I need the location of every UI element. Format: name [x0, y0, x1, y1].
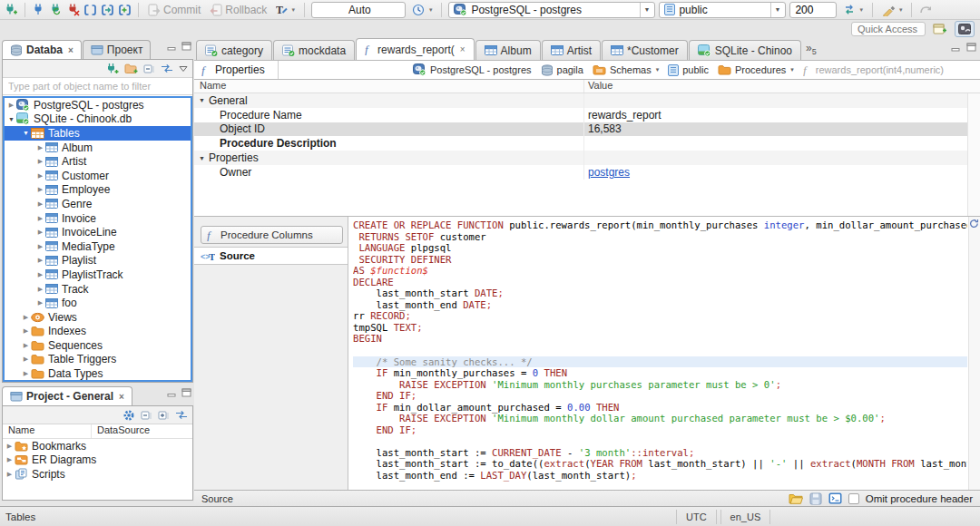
tab-projects[interactable]: Проект — [83, 40, 152, 59]
chevron-down-icon[interactable]: ▼ — [199, 97, 205, 103]
undo-icon[interactable] — [918, 4, 931, 15]
load-from-file-icon[interactable] — [789, 492, 803, 504]
bottom-tab-source[interactable]: Source — [201, 493, 233, 504]
gear-icon[interactable] — [122, 409, 135, 422]
chevron-right-icon[interactable]: ▶ — [35, 158, 45, 165]
open-console-icon[interactable] — [828, 492, 842, 504]
chevron-down-icon[interactable]: ▼ — [199, 155, 205, 161]
tree-item-album[interactable]: ▶Album — [5, 141, 191, 155]
tree-item-invoice[interactable]: ▶Invoice — [5, 211, 191, 226]
tree-item-foo[interactable]: ▶foo — [5, 296, 191, 310]
chevron-right-icon[interactable]: ▶ — [5, 456, 15, 463]
maximize-icon[interactable] — [181, 42, 191, 51]
breadcrumb-item-procedures[interactable]: Procedures▾ — [718, 64, 794, 75]
commit-mode-combo[interactable]: Auto — [311, 2, 406, 18]
schema-combo-arrow[interactable]: ▼ — [770, 3, 783, 17]
project-item-er-diagrams[interactable]: ▶ER Diagrams — [3, 453, 192, 468]
chevron-right-icon[interactable]: ▶ — [35, 286, 45, 293]
chevron-right-icon[interactable]: ▶ — [6, 102, 16, 109]
minimize-icon[interactable] — [167, 42, 177, 51]
tree-item-sqlite-chinook-db[interactable]: ▼SQLite - Chinook.db — [5, 112, 191, 127]
chevron-right-icon[interactable]: ▶ — [35, 229, 45, 236]
new-folder-icon[interactable] — [124, 63, 138, 74]
editor-tab-sqlite-chinoo[interactable]: SQLite - Chinoo — [689, 40, 801, 60]
project-item-bookmarks[interactable]: ▶Bookmarks — [3, 439, 192, 453]
chevron-right-icon[interactable]: ▶ — [35, 215, 45, 222]
tree-item-track[interactable]: ▶Track — [5, 282, 191, 297]
column-header-datasource[interactable]: DataSource — [92, 424, 150, 438]
editor-tab-category[interactable]: category — [196, 40, 272, 60]
disconnect-icon[interactable] — [66, 3, 80, 16]
grid-header-name[interactable]: Name — [194, 80, 584, 93]
transaction-log-button[interactable]: T ▾ — [273, 3, 298, 16]
breadcrumb-item-postgresql-postgres[interactable]: PostgreSQL - postgres — [413, 63, 531, 76]
tree-item-genre[interactable]: ▶Genre — [5, 197, 191, 211]
tree-item-mediatype[interactable]: ▶MediaType — [5, 239, 191, 254]
tree-item-indexes[interactable]: ▶Indexes — [5, 325, 191, 339]
grid-scrollbar[interactable] — [967, 93, 980, 216]
sql-editor-icon[interactable] — [83, 4, 97, 16]
chevron-right-icon[interactable]: ▶ — [21, 370, 31, 377]
chevron-right-icon[interactable]: ▶ — [35, 299, 45, 307]
status-locale[interactable]: en_US — [720, 510, 771, 524]
tab-project-general[interactable]: Project - General × — [2, 386, 132, 405]
chevron-down-icon[interactable]: ▼ — [6, 116, 16, 122]
collapse-all-icon[interactable] — [143, 63, 155, 74]
view-menu-icon[interactable] — [179, 65, 188, 73]
editor-tab--customer[interactable]: *Customer — [602, 40, 688, 60]
save-to-file-icon[interactable] — [809, 492, 822, 505]
tree-item-employee[interactable]: ▶Employee — [5, 183, 191, 198]
commit-button[interactable]: Commit — [145, 3, 203, 17]
source-editor[interactable]: ▲▼ CREATE OR REPLACE FUNCTION public.rew… — [348, 217, 980, 490]
close-icon[interactable]: × — [68, 45, 74, 55]
tree-item-table-triggers[interactable]: ▶Table Triggers — [5, 353, 191, 367]
editor-tab-overflow[interactable]: »5 — [806, 42, 817, 56]
column-header-name[interactable]: Name — [3, 424, 92, 438]
grid-row-properties[interactable]: ▼Properties — [194, 151, 980, 165]
tree-item-playlisttrack[interactable]: ▶PlaylistTrack — [5, 268, 191, 282]
refresh-results-button[interactable]: ▾ — [840, 3, 866, 16]
tree-item-data-types[interactable]: ▶Data Types — [5, 366, 191, 381]
chevron-right-icon[interactable]: ▶ — [35, 243, 45, 250]
chevron-right-icon[interactable]: ▶ — [35, 172, 45, 180]
tree-item-views[interactable]: ▶Views — [5, 310, 191, 325]
minimize-icon[interactable] — [167, 388, 177, 397]
chevron-right-icon[interactable]: ▶ — [35, 257, 45, 264]
chevron-right-icon[interactable]: ▶ — [35, 271, 45, 278]
source-code[interactable]: CREATE OR REPLACE FUNCTION public.reward… — [353, 219, 967, 490]
status-timezone[interactable]: UTC — [676, 510, 717, 524]
tree-item-tables[interactable]: ▼Tables — [5, 126, 191, 141]
tree-item-postgresql-postgres[interactable]: ▶PostgreSQL - postgres — [5, 98, 191, 112]
close-icon[interactable]: × — [119, 392, 124, 402]
expand-all-icon[interactable] — [158, 410, 170, 421]
minimize-icon[interactable] — [951, 43, 961, 52]
editor-tab-artist[interactable]: Artist — [542, 40, 601, 60]
grid-header-value[interactable]: Value — [584, 80, 612, 93]
fetch-size-input[interactable] — [789, 2, 837, 18]
editor-tab-rewards-report-[interactable]: frewards_report(× — [356, 38, 475, 60]
format-button[interactable]: ▾ — [879, 3, 906, 17]
grid-row-procedure-description[interactable]: Procedure Description — [194, 136, 980, 151]
refresh-icon[interactable] — [969, 219, 979, 229]
tab-database-navigator[interactable]: Databa × — [2, 40, 82, 59]
reconnect-icon[interactable] — [49, 3, 63, 16]
grid-row-procedure-name[interactable]: Procedure Namerewards_report — [194, 108, 980, 122]
breadcrumb-item-schemas[interactable]: Schemas▾ — [593, 64, 659, 75]
chevron-right-icon[interactable]: ▶ — [5, 443, 15, 450]
chevron-right-icon[interactable]: ▶ — [21, 327, 31, 335]
tab-properties[interactable]: f Properties — [194, 61, 279, 79]
new-connection-icon[interactable] — [105, 63, 119, 75]
maximize-icon[interactable] — [181, 388, 191, 397]
connect-icon[interactable] — [32, 3, 45, 16]
collapse-all-icon[interactable] — [141, 410, 152, 421]
open-perspective-button[interactable] — [930, 21, 950, 37]
grid-row-object-id[interactable]: Object ID16,583 — [194, 122, 980, 137]
breadcrumb-item-rewards-report-int4-numeric-[interactable]: frewards_report(int4,numeric) — [803, 64, 944, 76]
chevron-down-icon[interactable]: ▼ — [21, 130, 31, 136]
connection-combo-arrow[interactable]: ▼ — [640, 3, 652, 17]
tree-item-invoiceline[interactable]: ▶InvoiceLine — [5, 225, 191, 239]
tree-item-playlist[interactable]: ▶Playlist — [5, 254, 191, 268]
editor-tab-album[interactable]: Album — [475, 40, 541, 60]
chevron-right-icon[interactable]: ▶ — [21, 314, 31, 321]
recent-sql-editor-icon[interactable] — [101, 4, 114, 16]
